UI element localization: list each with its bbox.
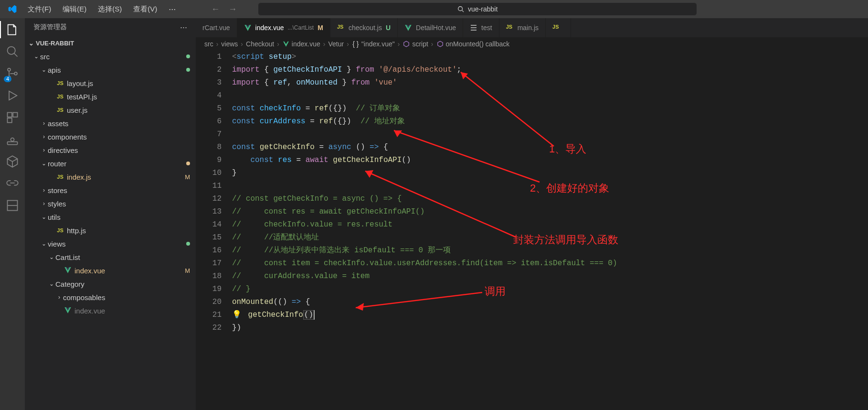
js-file-icon: JS bbox=[55, 94, 65, 99]
code-line[interactable]: <script setup> bbox=[232, 51, 868, 64]
code-line[interactable] bbox=[232, 180, 868, 193]
tree-folder[interactable]: ⌄CartList bbox=[25, 250, 196, 264]
code-line[interactable]: const getCheckInfo = async () => { bbox=[232, 141, 868, 154]
editor-tab[interactable]: test bbox=[463, 18, 499, 37]
tree-file[interactable]: index.vue bbox=[25, 304, 196, 317]
code-line[interactable]: // //适配默认地址 bbox=[232, 231, 868, 244]
code-line[interactable]: 💡 getCheckInfo() bbox=[232, 309, 868, 322]
chevron-down-icon: ⌄ bbox=[40, 160, 48, 167]
code-line[interactable]: }) bbox=[232, 322, 868, 334]
editor-tab[interactable]: JScheckout.jsU bbox=[330, 18, 398, 37]
breadcrumb-item[interactable]: { }"index.vue" bbox=[352, 40, 395, 48]
menu-view[interactable]: 查看(V) bbox=[128, 3, 162, 16]
menu-more[interactable]: ··· bbox=[164, 2, 180, 16]
menu-select[interactable]: 选择(S) bbox=[93, 3, 127, 16]
activity-source-control-icon[interactable]: 4 bbox=[6, 67, 19, 80]
activity-explorer-icon[interactable] bbox=[6, 23, 19, 36]
code-line[interactable]: const checkInfo = ref({}) // 订单对象 bbox=[232, 102, 868, 115]
breadcrumb-item[interactable]: Vetur bbox=[328, 40, 344, 48]
tree-file[interactable]: JStestAPI.js bbox=[25, 90, 196, 103]
menu-edit[interactable]: 编辑(E) bbox=[58, 3, 91, 16]
activity-remote-icon[interactable] bbox=[6, 133, 19, 146]
code-content[interactable]: <script setup>import { getCheckInfoAPI }… bbox=[232, 51, 868, 410]
breadcrumb-item[interactable]: views bbox=[221, 40, 238, 48]
code-line[interactable]: // const res = await getCheckInfoAPI() bbox=[232, 205, 868, 218]
breadcrumb-item[interactable]: Checkout bbox=[246, 40, 274, 48]
vscode-logo bbox=[8, 4, 17, 14]
code-line[interactable]: // checkInfo.value = res.result bbox=[232, 218, 868, 231]
nav-back-icon[interactable]: ← bbox=[211, 4, 220, 14]
lightbulb-icon[interactable]: 💡 bbox=[232, 311, 242, 319]
project-header[interactable]: ⌄ VUE-RABBIT bbox=[25, 36, 196, 50]
editor-tab[interactable]: JSmain.js bbox=[499, 18, 546, 37]
vue-file-icon bbox=[404, 24, 412, 32]
code-line[interactable]: import { getCheckInfoAPI } from '@/apis/… bbox=[232, 64, 868, 76]
breadcrumb-item[interactable]: onMounted() callback bbox=[436, 40, 510, 48]
nav-forward-icon[interactable]: → bbox=[228, 4, 237, 14]
breadcrumb-label: index.vue bbox=[292, 40, 320, 48]
code-line[interactable] bbox=[232, 128, 868, 141]
vue-file-icon bbox=[63, 306, 73, 315]
code-line[interactable]: // } bbox=[232, 283, 868, 296]
editor-tab[interactable]: DetailHot.vue bbox=[398, 18, 463, 37]
menu-file[interactable]: 文件(F) bbox=[23, 3, 56, 16]
tree-folder[interactable]: ›composables bbox=[25, 291, 196, 304]
tree-file[interactable]: index.vueM bbox=[25, 264, 196, 277]
code-line[interactable]: // curAddress.value = item bbox=[232, 270, 868, 283]
line-number: 21 bbox=[196, 309, 222, 322]
breadcrumb-separator: › bbox=[277, 40, 279, 48]
tree-folder[interactable]: ›styles bbox=[25, 197, 196, 210]
activity-link-icon[interactable] bbox=[6, 177, 19, 190]
tree-folder[interactable]: ⌄utils bbox=[25, 210, 196, 224]
modified-dot bbox=[186, 162, 190, 165]
tree-file[interactable]: JShttp.js bbox=[25, 224, 196, 237]
line-number: 17 bbox=[196, 257, 222, 270]
activity-cube-icon[interactable] bbox=[6, 155, 19, 168]
activity-debug-icon[interactable] bbox=[6, 89, 19, 102]
code-line[interactable]: const curAddress = ref({}) // 地址对象 bbox=[232, 115, 868, 128]
command-center[interactable]: vue-rabbit bbox=[258, 2, 697, 16]
code-line[interactable]: const res = await getCheckInfoAPI() bbox=[232, 154, 868, 167]
tree-item-label: src bbox=[40, 53, 186, 61]
tree-file[interactable]: JSlayout.js bbox=[25, 76, 196, 90]
tree-file[interactable]: JSuser.js bbox=[25, 103, 196, 117]
tree-folder[interactable]: ⌄Category bbox=[25, 277, 196, 291]
tree-folder[interactable]: ›directives bbox=[25, 143, 196, 157]
editor-tab[interactable]: rCart.vue bbox=[196, 18, 237, 37]
breadcrumb-item[interactable]: src bbox=[204, 40, 213, 48]
tree-file[interactable]: JSindex.jsM bbox=[25, 170, 196, 183]
tree-folder[interactable]: ⌄views bbox=[25, 237, 196, 250]
tree-folder[interactable]: ⌄apis bbox=[25, 63, 196, 76]
sidebar-title: 资源管理器 bbox=[33, 23, 67, 32]
breadcrumb-item[interactable]: script bbox=[402, 40, 428, 48]
tab-status: U bbox=[386, 24, 391, 32]
code-line[interactable]: // const item = checkInfo.value.userAddr… bbox=[232, 257, 868, 270]
activity-extensions-icon[interactable] bbox=[6, 111, 19, 124]
tab-label: index.vue bbox=[255, 24, 284, 32]
svg-rect-10 bbox=[8, 118, 12, 122]
breadcrumb-separator: › bbox=[323, 40, 326, 48]
editor-tab[interactable]: JS bbox=[546, 18, 571, 37]
code-line[interactable] bbox=[232, 89, 868, 102]
tree-folder[interactable]: ›assets bbox=[25, 117, 196, 130]
code-editor[interactable]: 12345678910111213141516171819202122 <scr… bbox=[196, 51, 868, 410]
editor-tab[interactable]: index.vue...\CartListM bbox=[237, 18, 330, 37]
tree-folder[interactable]: ⌄router bbox=[25, 157, 196, 170]
breadcrumb-label: script bbox=[412, 40, 428, 48]
tab-label: test bbox=[481, 24, 492, 32]
code-line[interactable]: // //从地址列表中筛选出来 isDefault === 0 那一项 bbox=[232, 244, 868, 257]
list-icon bbox=[470, 24, 477, 32]
activity-layout-icon[interactable] bbox=[6, 199, 19, 212]
tree-folder[interactable]: ›components bbox=[25, 130, 196, 143]
code-line[interactable]: // const getCheckInfo = async () => { bbox=[232, 193, 868, 205]
code-line[interactable]: import { ref, onMounted } from 'vue' bbox=[232, 76, 868, 89]
code-line[interactable]: } bbox=[232, 167, 868, 180]
tree-folder[interactable]: ›stores bbox=[25, 183, 196, 197]
tree-item-label: layout.js bbox=[67, 79, 190, 87]
activity-search-icon[interactable] bbox=[6, 45, 19, 58]
code-line[interactable]: onMounted(() => { bbox=[232, 296, 868, 309]
breadcrumb-label: onMounted() callback bbox=[446, 40, 510, 48]
breadcrumb-item[interactable]: index.vue bbox=[282, 40, 320, 48]
tree-folder[interactable]: ⌄src bbox=[25, 50, 196, 63]
sidebar-more-icon[interactable]: ··· bbox=[180, 22, 187, 32]
